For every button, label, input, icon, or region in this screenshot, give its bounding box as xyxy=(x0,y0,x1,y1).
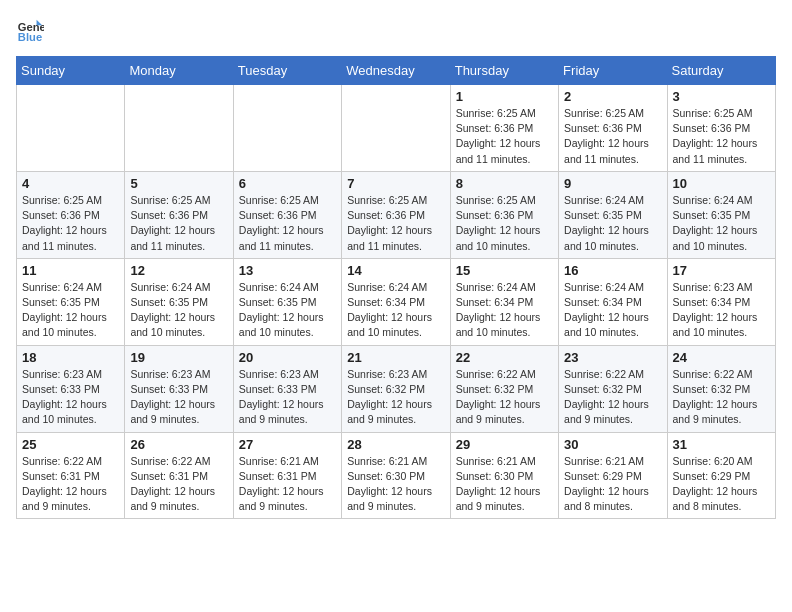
col-header-saturday: Saturday xyxy=(667,57,775,85)
calendar-cell: 2Sunrise: 6:25 AM Sunset: 6:36 PM Daylig… xyxy=(559,85,667,172)
calendar-week-1: 1Sunrise: 6:25 AM Sunset: 6:36 PM Daylig… xyxy=(17,85,776,172)
day-number: 30 xyxy=(564,437,661,452)
day-info: Sunrise: 6:22 AM Sunset: 6:32 PM Dayligh… xyxy=(564,367,661,428)
day-number: 17 xyxy=(673,263,770,278)
day-info: Sunrise: 6:22 AM Sunset: 6:31 PM Dayligh… xyxy=(130,454,227,515)
day-number: 1 xyxy=(456,89,553,104)
day-info: Sunrise: 6:23 AM Sunset: 6:33 PM Dayligh… xyxy=(22,367,119,428)
logo: General Blue xyxy=(16,16,48,44)
day-info: Sunrise: 6:21 AM Sunset: 6:30 PM Dayligh… xyxy=(456,454,553,515)
col-header-friday: Friday xyxy=(559,57,667,85)
day-info: Sunrise: 6:20 AM Sunset: 6:29 PM Dayligh… xyxy=(673,454,770,515)
calendar-cell: 25Sunrise: 6:22 AM Sunset: 6:31 PM Dayli… xyxy=(17,432,125,519)
calendar-cell: 1Sunrise: 6:25 AM Sunset: 6:36 PM Daylig… xyxy=(450,85,558,172)
day-info: Sunrise: 6:25 AM Sunset: 6:36 PM Dayligh… xyxy=(239,193,336,254)
col-header-monday: Monday xyxy=(125,57,233,85)
day-info: Sunrise: 6:22 AM Sunset: 6:32 PM Dayligh… xyxy=(673,367,770,428)
day-number: 10 xyxy=(673,176,770,191)
day-info: Sunrise: 6:25 AM Sunset: 6:36 PM Dayligh… xyxy=(22,193,119,254)
day-number: 24 xyxy=(673,350,770,365)
calendar-cell: 3Sunrise: 6:25 AM Sunset: 6:36 PM Daylig… xyxy=(667,85,775,172)
calendar-cell: 16Sunrise: 6:24 AM Sunset: 6:34 PM Dayli… xyxy=(559,258,667,345)
day-number: 4 xyxy=(22,176,119,191)
day-number: 3 xyxy=(673,89,770,104)
day-number: 9 xyxy=(564,176,661,191)
day-number: 5 xyxy=(130,176,227,191)
day-number: 14 xyxy=(347,263,444,278)
day-info: Sunrise: 6:23 AM Sunset: 6:34 PM Dayligh… xyxy=(673,280,770,341)
day-info: Sunrise: 6:25 AM Sunset: 6:36 PM Dayligh… xyxy=(130,193,227,254)
day-number: 18 xyxy=(22,350,119,365)
calendar-cell: 5Sunrise: 6:25 AM Sunset: 6:36 PM Daylig… xyxy=(125,171,233,258)
day-number: 2 xyxy=(564,89,661,104)
col-header-thursday: Thursday xyxy=(450,57,558,85)
day-number: 20 xyxy=(239,350,336,365)
day-number: 26 xyxy=(130,437,227,452)
day-number: 7 xyxy=(347,176,444,191)
calendar-week-2: 4Sunrise: 6:25 AM Sunset: 6:36 PM Daylig… xyxy=(17,171,776,258)
day-number: 11 xyxy=(22,263,119,278)
day-info: Sunrise: 6:21 AM Sunset: 6:30 PM Dayligh… xyxy=(347,454,444,515)
day-number: 16 xyxy=(564,263,661,278)
calendar-cell: 22Sunrise: 6:22 AM Sunset: 6:32 PM Dayli… xyxy=(450,345,558,432)
calendar-cell: 14Sunrise: 6:24 AM Sunset: 6:34 PM Dayli… xyxy=(342,258,450,345)
calendar-cell: 30Sunrise: 6:21 AM Sunset: 6:29 PM Dayli… xyxy=(559,432,667,519)
calendar-cell: 27Sunrise: 6:21 AM Sunset: 6:31 PM Dayli… xyxy=(233,432,341,519)
col-header-wednesday: Wednesday xyxy=(342,57,450,85)
page-header: General Blue xyxy=(16,16,776,44)
day-info: Sunrise: 6:21 AM Sunset: 6:29 PM Dayligh… xyxy=(564,454,661,515)
day-info: Sunrise: 6:25 AM Sunset: 6:36 PM Dayligh… xyxy=(456,106,553,167)
day-info: Sunrise: 6:23 AM Sunset: 6:33 PM Dayligh… xyxy=(239,367,336,428)
calendar-cell xyxy=(17,85,125,172)
day-number: 25 xyxy=(22,437,119,452)
calendar-cell: 20Sunrise: 6:23 AM Sunset: 6:33 PM Dayli… xyxy=(233,345,341,432)
day-number: 31 xyxy=(673,437,770,452)
calendar-cell: 7Sunrise: 6:25 AM Sunset: 6:36 PM Daylig… xyxy=(342,171,450,258)
calendar-cell: 4Sunrise: 6:25 AM Sunset: 6:36 PM Daylig… xyxy=(17,171,125,258)
day-info: Sunrise: 6:25 AM Sunset: 6:36 PM Dayligh… xyxy=(564,106,661,167)
day-info: Sunrise: 6:24 AM Sunset: 6:35 PM Dayligh… xyxy=(130,280,227,341)
calendar-cell: 26Sunrise: 6:22 AM Sunset: 6:31 PM Dayli… xyxy=(125,432,233,519)
day-info: Sunrise: 6:25 AM Sunset: 6:36 PM Dayligh… xyxy=(673,106,770,167)
calendar-table: SundayMondayTuesdayWednesdayThursdayFrid… xyxy=(16,56,776,519)
calendar-week-3: 11Sunrise: 6:24 AM Sunset: 6:35 PM Dayli… xyxy=(17,258,776,345)
day-info: Sunrise: 6:24 AM Sunset: 6:35 PM Dayligh… xyxy=(22,280,119,341)
calendar-cell: 12Sunrise: 6:24 AM Sunset: 6:35 PM Dayli… xyxy=(125,258,233,345)
day-info: Sunrise: 6:24 AM Sunset: 6:35 PM Dayligh… xyxy=(673,193,770,254)
calendar-cell: 21Sunrise: 6:23 AM Sunset: 6:32 PM Dayli… xyxy=(342,345,450,432)
calendar-cell: 11Sunrise: 6:24 AM Sunset: 6:35 PM Dayli… xyxy=(17,258,125,345)
day-number: 19 xyxy=(130,350,227,365)
day-number: 15 xyxy=(456,263,553,278)
day-number: 6 xyxy=(239,176,336,191)
day-number: 13 xyxy=(239,263,336,278)
calendar-cell: 6Sunrise: 6:25 AM Sunset: 6:36 PM Daylig… xyxy=(233,171,341,258)
day-number: 29 xyxy=(456,437,553,452)
calendar-cell: 29Sunrise: 6:21 AM Sunset: 6:30 PM Dayli… xyxy=(450,432,558,519)
svg-text:Blue: Blue xyxy=(18,31,42,43)
day-info: Sunrise: 6:24 AM Sunset: 6:35 PM Dayligh… xyxy=(239,280,336,341)
day-info: Sunrise: 6:22 AM Sunset: 6:31 PM Dayligh… xyxy=(22,454,119,515)
calendar-cell: 19Sunrise: 6:23 AM Sunset: 6:33 PM Dayli… xyxy=(125,345,233,432)
calendar-week-4: 18Sunrise: 6:23 AM Sunset: 6:33 PM Dayli… xyxy=(17,345,776,432)
col-header-sunday: Sunday xyxy=(17,57,125,85)
day-info: Sunrise: 6:24 AM Sunset: 6:34 PM Dayligh… xyxy=(347,280,444,341)
day-number: 8 xyxy=(456,176,553,191)
calendar-cell xyxy=(233,85,341,172)
day-info: Sunrise: 6:23 AM Sunset: 6:33 PM Dayligh… xyxy=(130,367,227,428)
day-number: 27 xyxy=(239,437,336,452)
col-header-tuesday: Tuesday xyxy=(233,57,341,85)
day-info: Sunrise: 6:25 AM Sunset: 6:36 PM Dayligh… xyxy=(456,193,553,254)
calendar-cell xyxy=(125,85,233,172)
calendar-cell xyxy=(342,85,450,172)
logo-icon: General Blue xyxy=(16,16,44,44)
calendar-week-5: 25Sunrise: 6:22 AM Sunset: 6:31 PM Dayli… xyxy=(17,432,776,519)
calendar-cell: 18Sunrise: 6:23 AM Sunset: 6:33 PM Dayli… xyxy=(17,345,125,432)
calendar-cell: 23Sunrise: 6:22 AM Sunset: 6:32 PM Dayli… xyxy=(559,345,667,432)
day-info: Sunrise: 6:24 AM Sunset: 6:34 PM Dayligh… xyxy=(564,280,661,341)
calendar-cell: 31Sunrise: 6:20 AM Sunset: 6:29 PM Dayli… xyxy=(667,432,775,519)
calendar-cell: 8Sunrise: 6:25 AM Sunset: 6:36 PM Daylig… xyxy=(450,171,558,258)
day-info: Sunrise: 6:24 AM Sunset: 6:34 PM Dayligh… xyxy=(456,280,553,341)
day-number: 28 xyxy=(347,437,444,452)
calendar-cell: 17Sunrise: 6:23 AM Sunset: 6:34 PM Dayli… xyxy=(667,258,775,345)
calendar-cell: 10Sunrise: 6:24 AM Sunset: 6:35 PM Dayli… xyxy=(667,171,775,258)
